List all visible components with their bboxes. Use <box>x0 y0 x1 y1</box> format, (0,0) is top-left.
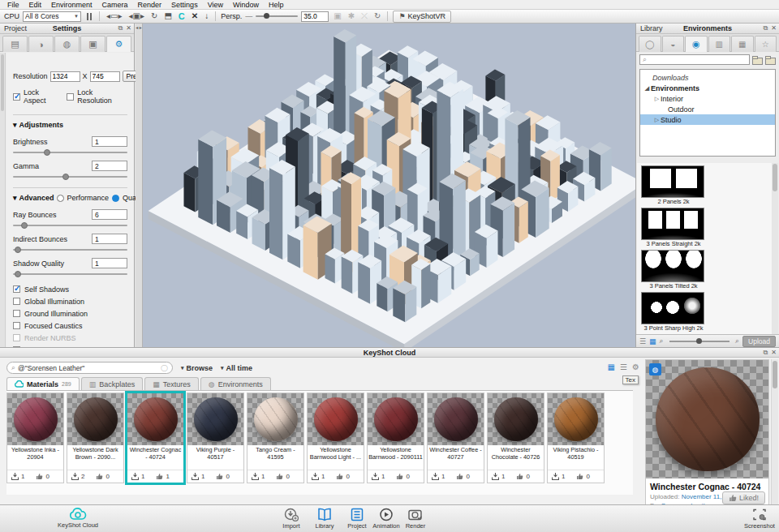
environment-thumb[interactable]: 2 Panels 2k <box>641 165 706 206</box>
lock-checkbox[interactable] <box>13 93 20 101</box>
slider-value-input[interactable]: 2 <box>92 161 127 171</box>
slider-value-input[interactable]: 1 <box>92 258 127 268</box>
environment-preview[interactable] <box>641 208 704 240</box>
tab-cloud-backplates[interactable]: ▥Backplates <box>81 377 144 390</box>
slider-thumb[interactable] <box>21 222 28 229</box>
mode-radio[interactable] <box>57 195 64 202</box>
cores-dropdown[interactable]: All 8 Cores▼ <box>23 11 81 22</box>
tree-item[interactable]: ▷ Interior <box>640 93 775 104</box>
close-icon[interactable]: ✕ <box>771 24 777 32</box>
environment-thumb[interactable]: 3 Panels Tilted 2k <box>641 250 706 290</box>
tree-item[interactable]: ▷ Studio <box>640 114 775 125</box>
menu-item[interactable]: Environment <box>46 1 97 9</box>
mode-radio[interactable] <box>112 195 119 202</box>
orbit-icon[interactable]: ↻ <box>149 11 159 21</box>
option-checkbox-row[interactable]: Focused Caustics <box>13 320 127 332</box>
menu-item[interactable]: Help <box>264 1 289 9</box>
material-thumb[interactable] <box>548 393 604 445</box>
region-render-icon[interactable]: ▣ <box>332 11 342 21</box>
slider-thumb[interactable] <box>15 247 21 253</box>
environment-preview[interactable] <box>641 250 704 282</box>
collapse-icon[interactable]: ▾ <box>13 194 17 202</box>
tab-lib-materials[interactable]: ◯ <box>639 36 661 52</box>
menu-item[interactable]: View <box>203 1 228 9</box>
library-search-input[interactable] <box>649 56 747 64</box>
tab-environment[interactable]: ◍ <box>54 36 80 52</box>
panel-splitter[interactable]: ◂ ▸ <box>136 24 143 347</box>
menu-item[interactable]: Edit <box>24 1 47 9</box>
project-scrollbar[interactable] <box>0 53 6 347</box>
collapse-left-icon[interactable]: ◂ ▸ <box>136 25 142 30</box>
material-card[interactable]: Tango Cream - 41595 1 0 <box>247 393 304 483</box>
add-folder-icon[interactable] <box>752 56 763 64</box>
pause-icon[interactable] <box>84 13 94 20</box>
checkbox[interactable] <box>13 322 20 329</box>
option-checkbox-row[interactable]: Render NURBS <box>13 332 127 344</box>
collapse-icon[interactable]: ▾ <box>13 121 17 129</box>
checkbox[interactable] <box>13 334 20 341</box>
clear-search-icon[interactable]: ◯ <box>161 364 168 371</box>
material-thumb[interactable] <box>368 393 424 445</box>
tab-cloud-materials[interactable]: Materials289 <box>6 377 80 390</box>
slider-thumb[interactable] <box>44 149 50 156</box>
material-thumb[interactable] <box>488 393 544 445</box>
material-card[interactable]: Yellowstone Inka - 20904 1 0 <box>6 393 64 483</box>
material-card[interactable]: Yellowstone Dark Brown - 2090... 2 0 <box>67 393 124 483</box>
list-view-icon[interactable]: ☰ <box>639 337 646 345</box>
zoom-out-icon[interactable]: ⌕ <box>660 337 664 345</box>
material-thumb[interactable] <box>127 393 183 445</box>
close-icon[interactable]: ✕ <box>126 24 131 32</box>
cloud-scrollbar[interactable] <box>771 359 778 504</box>
tree-item[interactable]: Outdoor <box>640 104 775 114</box>
material-card[interactable]: Yellowstone Barnwood Light - ... 1 0 <box>307 393 364 483</box>
realtime-render-icon[interactable]: C <box>177 11 187 21</box>
slider-track[interactable] <box>13 152 127 153</box>
slider-track[interactable] <box>13 249 127 251</box>
checkbox[interactable] <box>13 285 20 293</box>
menu-item[interactable]: Window <box>228 1 264 9</box>
prev-next-view-icon[interactable]: ◂▭▸ <box>105 11 124 21</box>
refresh-folder-icon[interactable] <box>765 56 776 64</box>
slider-thumb[interactable] <box>62 174 69 180</box>
lock-camera-icon[interactable]: ⬒ <box>162 11 173 21</box>
tab-lib-favorites[interactable]: ☆ <box>755 36 777 52</box>
tree-item[interactable]: ◢ Environments <box>640 83 775 93</box>
tree-expander-icon[interactable]: ▷ <box>653 117 661 123</box>
tab-lib-backplates[interactable]: ▥ <box>708 36 731 52</box>
option-checkbox-row[interactable]: Self Shadows <box>13 283 127 295</box>
material-thumb[interactable] <box>308 393 364 445</box>
material-preview[interactable]: ◍ <box>646 360 768 478</box>
slider-thumb[interactable] <box>15 271 21 277</box>
tab-cloud-textures[interactable]: ▦Textures <box>144 377 199 390</box>
tab-scene[interactable]: ▤ <box>2 36 28 52</box>
material-thumb[interactable] <box>187 393 243 445</box>
tab-camera[interactable]: ▣ <box>80 36 105 52</box>
focal-length-input[interactable] <box>301 11 329 22</box>
environment-thumb[interactable]: 3 Panels Straight 2k <box>641 208 706 248</box>
option-checkbox-row[interactable]: Ground Illumination <box>13 307 127 320</box>
menu-item[interactable]: File <box>2 1 24 9</box>
slider-track[interactable] <box>13 225 127 226</box>
tree-item[interactable]: Downloads <box>640 72 775 83</box>
undock-icon[interactable]: ⧉ <box>764 349 768 357</box>
checkbox[interactable] <box>13 310 20 317</box>
material-card[interactable]: Viking Pistachio - 40519 1 0 <box>547 393 605 483</box>
cloud-search-input[interactable] <box>18 364 158 372</box>
keyshotvr-button[interactable]: ⚑ KeyShotVR <box>393 11 451 23</box>
library-search[interactable]: ⌕ <box>639 54 750 65</box>
list-view-icon[interactable]: ☰ <box>620 363 627 371</box>
liked-button[interactable]: Liked! <box>722 491 765 504</box>
material-card[interactable]: Winchester Cognac - 40724 1 1 <box>127 393 184 483</box>
material-preview-icon[interactable]: ✱ <box>346 11 356 21</box>
close-icon[interactable]: ✕ <box>771 349 777 357</box>
grid-view-icon[interactable]: ▦ <box>649 337 656 345</box>
tree-expander-icon[interactable]: ◢ <box>643 85 651 92</box>
thumbnail-size-slider[interactable] <box>669 341 730 342</box>
upload-button[interactable]: Upload <box>742 336 776 347</box>
slider-value-input[interactable]: 1 <box>92 234 127 244</box>
fullscreen-icon[interactable]: ✕ <box>190 11 200 21</box>
material-card[interactable]: Viking Purple - 40517 1 0 <box>187 393 244 483</box>
dock-keyshot-cloud[interactable]: KeyShot Cloud <box>57 508 99 529</box>
browse-dropdown[interactable]: ▾Browse <box>181 364 213 372</box>
resolution-width-input[interactable] <box>50 71 80 82</box>
